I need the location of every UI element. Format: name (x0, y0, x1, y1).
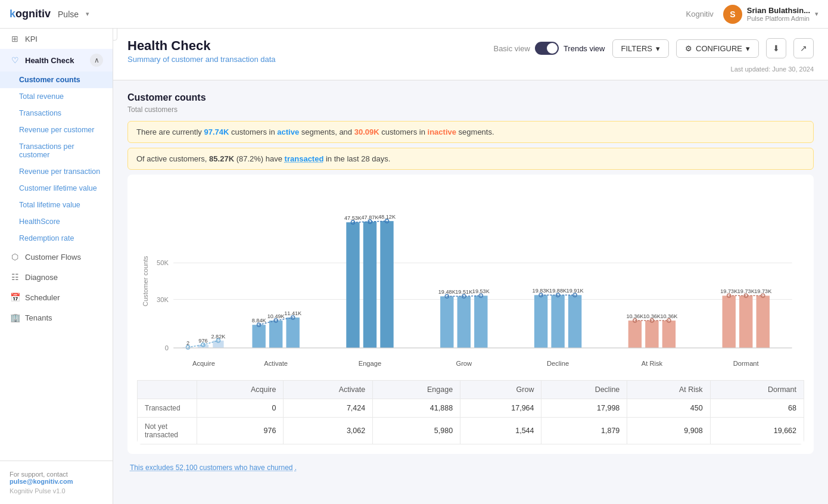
y-axis-label: Customer counts (142, 256, 149, 306)
bar-engage-3 (380, 221, 393, 348)
sidebar-item-diagnose[interactable]: ☷Diagnose (0, 267, 113, 287)
info1-pre: There are currently (136, 127, 204, 136)
bar-decline-3 (568, 295, 581, 348)
sidebar-subitem-customer-lifetime-value[interactable]: Customer lifetime value (0, 180, 113, 197)
table-header-Engage: Engage (373, 380, 460, 399)
title-block: Health Check Summary of customer and tra… (127, 38, 276, 64)
sidebar-subitem-healthscore[interactable]: HealthScore (0, 213, 113, 230)
info2-count: 85.27K (209, 154, 234, 163)
table-header-row: AcquireActivateEngageGrowDeclineAt RiskD… (138, 380, 804, 399)
user-info: Srian Bulathsin... Pulse Platform Admin (747, 6, 810, 22)
table-header-label (138, 380, 197, 399)
sidebar-kpi-label: KPI (25, 35, 38, 43)
sidebar-nav-label: Customer Flows (25, 253, 81, 262)
footnote: This excludes 52,100 customers who have … (127, 463, 814, 472)
share-button[interactable]: ↗ (793, 38, 814, 58)
subtitle-text: Summary of customer (127, 55, 206, 64)
customer-counts-table: AcquireActivateEngageGrowDeclineAt RiskD… (137, 380, 804, 444)
xlabel-grow: Grow (456, 360, 472, 367)
view-toggle-switch[interactable] (535, 42, 559, 55)
download-icon: ⬇ (773, 43, 780, 53)
download-button[interactable]: ⬇ (766, 38, 786, 58)
table-row-label: Not yet transacted (138, 417, 197, 444)
panel-toggle-button[interactable]: ‹ (113, 29, 117, 41)
table-cell: 41,888 (373, 399, 460, 417)
xlabel-decline: Decline (547, 360, 569, 367)
svg-text:50K: 50K (157, 259, 169, 266)
bar-acquire-3 (213, 341, 223, 348)
sidebar-item-scheduler[interactable]: 📅Scheduler (0, 287, 113, 307)
sidebar-subitems: Customer countsTotal revenueTransactions… (0, 71, 113, 247)
top-navigation: kognitiv Pulse ▾ Kognitiv S Srian Bulath… (0, 0, 828, 29)
avatar: S (723, 5, 742, 24)
info1-active-count: 97.74K (204, 127, 229, 136)
footnote-link[interactable]: churned (267, 463, 292, 472)
version-label: Kognitiv Pulse v1.0 (10, 487, 103, 494)
sidebar-subitem-redemption-rate[interactable]: Redemption rate (0, 230, 113, 247)
info2-post: have (266, 154, 285, 163)
main-layout: ⊞ KPI ♡ Health Check ∧ Customer countsTo… (0, 29, 828, 504)
chart-container: Customer counts 0 30K 50K 2 976 2.82K (127, 175, 814, 454)
customer-flows-icon: ⬡ (10, 251, 20, 262)
sidebar-item-customer-flows[interactable]: ⬡Customer Flows (0, 247, 113, 267)
support-text: For support, contact pulse@kognitiv.com (10, 471, 103, 485)
xlabel-atrisk: At Risk (642, 360, 663, 367)
info2-pre: Of active customers, (136, 154, 209, 163)
table-cell: 68 (710, 399, 804, 417)
sidebar: ⊞ KPI ♡ Health Check ∧ Customer countsTo… (0, 29, 113, 504)
view-toggle: Basic view Trends view (493, 42, 605, 55)
sidebar-nav-label: Scheduler (25, 293, 60, 302)
bar-engage-1 (346, 222, 359, 348)
configure-chevron-icon: ▾ (746, 44, 750, 53)
sidebar-collapse-button[interactable]: ∧ (90, 54, 103, 67)
sidebar-subitem-revenue-per-customer[interactable]: Revenue per customer (0, 122, 113, 138)
user-block[interactable]: S Srian Bulathsin... Pulse Platform Admi… (723, 5, 818, 24)
section-subtitle: Total customers (127, 105, 814, 114)
page-subtitle: Summary of customer and transaction data (127, 55, 276, 64)
sidebar-subitem-transactions-per-customer[interactable]: Transactions per customer (0, 138, 113, 163)
sidebar-nav-label: Diagnose (25, 273, 58, 282)
bar-decline-1 (534, 295, 547, 348)
filters-chevron-icon: ▾ (656, 44, 660, 53)
main-section: Customer counts Total customers There ar… (113, 80, 828, 504)
filters-button[interactable]: FILTERS ▾ (612, 39, 670, 58)
sidebar-item-tenants[interactable]: 🏢Tenants (0, 307, 113, 328)
logo-block: kognitiv Pulse ▾ (10, 8, 89, 20)
bar-decline-2 (551, 295, 564, 348)
table-cell: 17,964 (460, 399, 541, 417)
sidebar-item-kpi[interactable]: ⊞ KPI (0, 29, 113, 49)
configure-button[interactable]: ⚙ CONFIGURE ▾ (676, 39, 759, 58)
sidebar-subitem-customer-counts[interactable]: Customer counts (0, 71, 113, 88)
sidebar-subitem-transactions[interactable]: Transactions (0, 105, 113, 122)
user-name: Srian Bulathsin... (747, 6, 810, 15)
info1-active: active (277, 127, 299, 136)
share-icon: ↗ (800, 43, 807, 53)
info-box-2: Of active customers, 85.27K (87.2%) have… (127, 148, 814, 170)
sidebar-subitem-total-revenue[interactable]: Total revenue (0, 88, 113, 105)
bar-atrisk-3 (662, 321, 676, 348)
table-cell: 976 (197, 417, 284, 444)
info2-transacted: transacted (285, 154, 324, 163)
sidebar-footer: For support, contact pulse@kognitiv.com … (0, 461, 113, 504)
configure-label: CONFIGURE (696, 44, 742, 53)
user-chevron-icon[interactable]: ▾ (815, 10, 818, 18)
table-header-Grow: Grow (460, 380, 541, 399)
sidebar-subitem-revenue-per-transaction[interactable]: Revenue per transaction (0, 163, 113, 180)
tenants-icon: 🏢 (10, 312, 20, 323)
info1-mid2: segments, and (301, 127, 354, 136)
last-updated-label: Last updated: June 30, 2024 (731, 66, 814, 73)
sidebar-subitem-total-lifetime-value[interactable]: Total lifetime value (0, 197, 113, 213)
user-role: Pulse Platform Admin (747, 15, 810, 22)
info1-mid3: customers in (381, 127, 427, 136)
table-cell: 450 (627, 399, 710, 417)
table-cell: 5,980 (373, 417, 460, 444)
table-cell: 9,908 (627, 417, 710, 444)
table-header-Activate: Activate (284, 380, 373, 399)
trend-line-grow (447, 295, 481, 296)
table-cell: 17,998 (541, 399, 627, 417)
bar-activate-1 (252, 325, 265, 348)
support-email-link[interactable]: pulse@kognitiv.com (10, 478, 73, 485)
app-chevron-icon[interactable]: ▾ (86, 10, 89, 18)
filters-label: FILTERS (621, 44, 653, 53)
content-header: Health Check Summary of customer and tra… (113, 29, 828, 80)
